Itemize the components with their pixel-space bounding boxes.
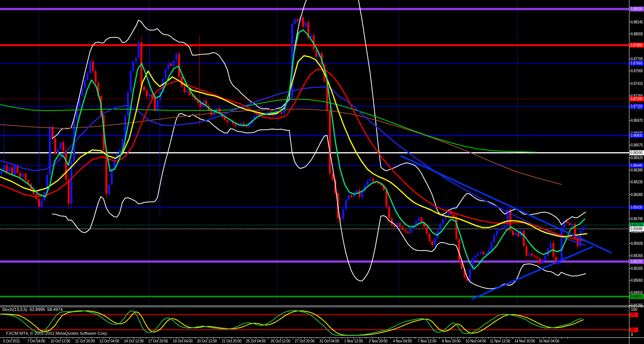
price-tick-label: 0.85795: [631, 216, 643, 221]
price-tick-label: 0.87560: [631, 68, 643, 73]
price-tick-label: 0.85500: [631, 241, 643, 246]
price-level-badge: 0.85290: [630, 259, 644, 264]
price-tick-label: 0.86235: [631, 179, 643, 184]
time-axis-label: 7 Nov 12:00: [418, 339, 437, 343]
time-axis-label: 10 Nov 04:00: [465, 339, 486, 343]
stoch-level-badge: 75: [630, 312, 638, 317]
stoch-scale-label: 100: [631, 307, 637, 312]
price-tick-label: 0.85060: [631, 278, 643, 283]
price-tick-label: 0.86525: [631, 155, 643, 160]
time-axis-label: 14 Nov 20:00: [514, 339, 535, 343]
price-level-badge: 0.87240: [630, 96, 644, 101]
price-tick-label: 0.86970: [631, 118, 643, 123]
time-axis-label: 21 Oct 20:00: [222, 339, 242, 343]
stoch-indicator-label: Stoch(13,3,5)62.899558.4974: [2, 307, 65, 312]
time-axis-label: 8 Nov 20:00: [442, 339, 461, 343]
price-level-badge: 0.87660: [630, 61, 644, 66]
price-tick-label: 0.85205: [631, 266, 643, 271]
time-axis-label: 10 Oct 12:00: [50, 339, 70, 343]
chart-canvas[interactable]: [0, 0, 644, 344]
time-axis-label: 14 Oct 12:00: [124, 339, 144, 343]
price-level-badge: 0.86590: [630, 150, 644, 155]
price-level-badge: 0.87150: [630, 104, 644, 109]
price-tick-label: 0.88145: [631, 20, 643, 25]
time-axis-label: 2 Nov 20:00: [369, 339, 388, 343]
stoch-d-value: 58.4974: [47, 307, 63, 312]
chart-window: Stoch(13,3,5)62.899558.4974 FXCM MT4, © …: [0, 0, 644, 344]
price-tick-label: 0.87410: [631, 81, 643, 86]
time-axis-label: 16 Nov 04:00: [539, 339, 559, 343]
price-axis[interactable]: 0.881450.880000.878550.877050.875600.874…: [629, 0, 644, 344]
copyright-text: FXCM MT4, © 2001-2011 MetaQuotes Softwar…: [6, 331, 108, 336]
price-level-badge: 0.85930: [630, 205, 644, 210]
price-tick-label: 0.86380: [631, 168, 643, 173]
price-tick-label: 0.86085: [631, 192, 643, 197]
time-axis-label: 5 Oct 2011: [3, 339, 20, 343]
time-axis-label: 17 Oct 20:00: [148, 339, 168, 343]
time-axis-label: 13 Oct 04:00: [99, 339, 119, 343]
price-level-badge: 0.85688: [630, 226, 644, 231]
price-tick-label: 0.88000: [631, 32, 643, 37]
stoch-level-badge: 25: [630, 327, 638, 332]
stoch-k-value: 62.8995: [30, 307, 45, 312]
time-axis-label: 25 Oct 04:00: [246, 339, 266, 343]
time-axis-label: 27 Oct 20:00: [295, 339, 315, 343]
time-axis-label: 4 Nov 04:00: [393, 339, 412, 343]
time-axis-label: 1 Nov 12:00: [344, 339, 363, 343]
price-level-badge: 0.86800: [630, 133, 644, 138]
price-tick-label: 0.86675: [631, 143, 643, 148]
time-axis-label: 19 Oct 04:00: [173, 339, 193, 343]
price-level-badge: 0.84870: [630, 294, 644, 299]
time-axis[interactable]: 5 Oct 20117 Oct 04:0010 Oct 12:0011 Oct …: [0, 338, 644, 344]
time-axis-label: 26 Oct 12:00: [270, 339, 290, 343]
time-axis-label: 20 Oct 12:00: [197, 339, 217, 343]
stoch-scale-label: 0: [631, 332, 633, 337]
time-axis-label: 11 Nov 12:00: [490, 339, 511, 343]
price-tick-label: 0.85355: [631, 253, 643, 258]
time-axis-label: 7 Oct 04:00: [27, 339, 45, 343]
time-axis-label: 11 Oct 20:00: [75, 339, 95, 343]
price-level-badge: 0.88300: [630, 7, 644, 12]
time-axis-label: 31 Oct 04:00: [319, 339, 339, 343]
price-level-badge: 0.86440: [630, 163, 644, 168]
stoch-name: Stoch(13,3,5): [2, 307, 27, 312]
price-level-badge: 0.87880: [630, 43, 644, 48]
